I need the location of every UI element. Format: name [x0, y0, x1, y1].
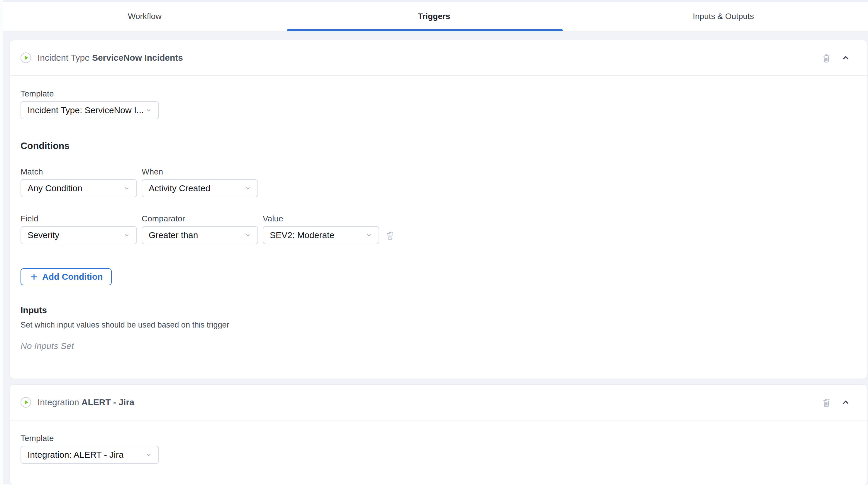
comparator-select[interactable]: Greater than	[142, 226, 258, 244]
value-label: Value	[263, 214, 379, 224]
when-select-value: Activity Created	[149, 183, 210, 193]
template-select[interactable]: Integration: ALERT - Jira	[21, 446, 159, 464]
delete-condition-button[interactable]	[383, 229, 397, 242]
trigger-card-title: IntegrationALERT - Jira	[37, 397, 134, 407]
collapse-trigger-button[interactable]	[839, 396, 852, 409]
trigger-name: ServiceNow Incidents	[92, 53, 183, 62]
comparator-select-value: Greater than	[149, 230, 198, 240]
value-select[interactable]: SEV2: Moderate	[263, 226, 379, 244]
play-icon	[21, 397, 31, 407]
tab-inputs-outputs-label: Inputs & Outputs	[693, 12, 754, 21]
comparator-label: Comparator	[142, 214, 258, 224]
chevron-down-icon	[122, 184, 131, 193]
match-select-value: Any Condition	[28, 183, 83, 193]
template-label: Template	[21, 89, 857, 99]
window-left-edge	[0, 0, 3, 485]
tab-inputs-outputs[interactable]: Inputs & Outputs	[579, 2, 868, 31]
inputs-description: Set which input values should be used ba…	[21, 320, 857, 330]
match-column: Match Any Condition	[21, 167, 137, 198]
trigger-name: ALERT - Jira	[82, 397, 134, 407]
when-select[interactable]: Activity Created	[142, 179, 258, 198]
tab-triggers-label: Triggers	[418, 12, 450, 21]
trigger-type-label: Incident Type	[37, 53, 90, 62]
conditions-heading: Conditions	[21, 140, 857, 152]
value-select-value: SEV2: Moderate	[270, 230, 334, 240]
delete-trigger-button[interactable]	[819, 396, 833, 409]
plus-icon	[29, 272, 39, 281]
condition-row: Field Severity Comparator Greater than V…	[21, 214, 857, 244]
trigger-card-body: Template Integration: ALERT - Jira	[10, 421, 867, 485]
trigger-card-body: Template Incident Type: ServiceNow I... …	[10, 76, 867, 378]
when-column: When Activity Created	[142, 167, 258, 198]
value-column: Value SEV2: Moderate	[263, 214, 379, 244]
trash-icon	[820, 396, 832, 408]
chevron-down-icon	[144, 450, 153, 459]
top-edge-strip	[3, 0, 868, 2]
trash-icon	[384, 230, 396, 241]
when-label: When	[142, 167, 258, 177]
play-icon	[21, 53, 31, 63]
tab-triggers[interactable]: Triggers	[289, 2, 579, 31]
triggers-page: Incident TypeServiceNow Incidents	[3, 31, 868, 484]
field-column: Field Severity	[21, 214, 137, 244]
template-select-value: Integration: ALERT - Jira	[28, 450, 123, 460]
field-select[interactable]: Severity	[21, 226, 137, 244]
match-label: Match	[21, 167, 137, 177]
chevron-down-icon	[365, 231, 373, 240]
chevron-down-icon	[122, 231, 131, 240]
inputs-heading: Inputs	[21, 305, 857, 316]
match-select[interactable]: Any Condition	[21, 179, 137, 198]
template-select-value: Incident Type: ServiceNow I...	[28, 105, 144, 115]
add-condition-button[interactable]: Add Condition	[21, 268, 112, 285]
trigger-card-header: IntegrationALERT - Jira	[10, 385, 867, 421]
conditions-match-row: Match Any Condition When Activity Create…	[21, 167, 857, 198]
trigger-type-label: Integration	[37, 397, 79, 407]
add-condition-label: Add Condition	[42, 272, 103, 282]
trigger-card-header: Incident TypeServiceNow Incidents	[10, 40, 867, 76]
tab-workflow-label: Workflow	[128, 12, 162, 21]
trigger-editor-tabs: Workflow Triggers Inputs & Outputs	[0, 2, 868, 31]
delete-trigger-button[interactable]	[819, 51, 833, 64]
chevron-down-icon	[243, 184, 252, 193]
trigger-card-jira: IntegrationALERT - Jira	[10, 385, 867, 485]
tab-workflow[interactable]: Workflow	[0, 2, 289, 31]
chevron-up-icon	[840, 52, 851, 63]
trigger-card-title: Incident TypeServiceNow Incidents	[37, 53, 183, 63]
chevron-up-icon	[840, 397, 851, 408]
collapse-trigger-button[interactable]	[839, 51, 852, 64]
field-label: Field	[21, 214, 137, 224]
trash-icon	[820, 52, 832, 64]
chevron-down-icon	[144, 106, 153, 115]
comparator-column: Comparator Greater than	[142, 214, 258, 244]
trigger-card-servicenow: Incident TypeServiceNow Incidents	[10, 40, 867, 379]
field-select-value: Severity	[28, 230, 59, 240]
inputs-empty-state: No Inputs Set	[21, 340, 857, 352]
template-label: Template	[21, 433, 857, 443]
template-select[interactable]: Incident Type: ServiceNow I...	[21, 101, 159, 119]
chevron-down-icon	[243, 231, 252, 240]
